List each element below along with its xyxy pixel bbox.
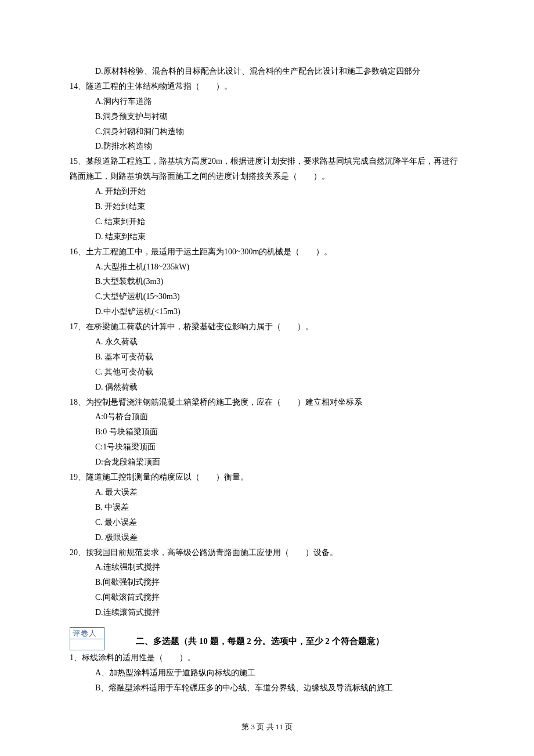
q15-text: 、某段道路工程施工，路基填方高度20m，根据进度计划安排，要求路基同填完成自然沉…: [70, 157, 458, 181]
section2-question-1: 1、标线涂料的适用性是（ ）。 A、加热型涂料适用应于道路纵向标线的施工 B、熔…: [70, 650, 464, 696]
q18-text: 、为控制悬臂浇注钢筋混凝土箱梁桥的施工挠度，应在（ ）建立相对坐标系: [78, 398, 362, 406]
reviewer-blank: [70, 639, 104, 650]
question-14: 14、隧道工程的主体结构物通常指（ ）。 A.洞内行车道路 B.洞身预支护与衬砌…: [70, 79, 464, 154]
q17-option-a: A. 永久荷载: [70, 334, 464, 350]
q17-option-d: D. 偶然荷载: [70, 380, 464, 395]
q17-stem: 17、在桥梁施工荷载的计算中，桥梁基础变位影响力属于（ ）。: [70, 319, 464, 334]
q16-option-b: B.大型装载机(3m3): [70, 274, 464, 289]
q20-option-d: D.连续滚筒式搅拌: [70, 605, 464, 620]
question-19: 19、隧道施工控制测量的精度应以（ ）衡量。 A. 最大误差 B. 中误差 C.…: [70, 470, 464, 545]
q14-option-b: B.洞身预支护与衬砌: [70, 109, 464, 124]
q14-stem: 14、隧道工程的主体结构物通常指（ ）。: [70, 79, 464, 94]
section-2-title: 二、多选题（共 10 题，每题 2 分。选项中，至少 2 个符合题意）: [136, 633, 384, 650]
q20-stem: 20、按我国目前规范要求，高等级公路沥青路面施工应使用（ ）设备。: [70, 545, 464, 560]
q15-option-c: C. 结束到开始: [70, 214, 464, 229]
question-17: 17、在桥梁施工荷载的计算中，桥梁基础变位影响力属于（ ）。 A. 永久荷载 B…: [70, 319, 464, 394]
q15-option-d: D. 结束到结束: [70, 229, 464, 244]
q18-option-c: C:1号块箱梁顶面: [70, 440, 464, 455]
q14-option-a: A.洞内行车道路: [70, 94, 464, 109]
q14-num: 14: [70, 82, 78, 91]
question-18: 18、为控制悬臂浇注钢筋混凝土箱梁桥的施工挠度，应在（ ）建立相对坐标系 A:0…: [70, 395, 464, 470]
question-15: 15、某段道路工程施工，路基填方高度20m，根据进度计划安排，要求路基同填完成自…: [70, 154, 464, 244]
q15-option-a: A. 开始到开始: [70, 184, 464, 199]
q18-option-b: B:0 号块箱梁顶面: [70, 424, 464, 440]
q17-option-c: C. 其他可变荷载: [70, 365, 464, 380]
section-2-header: 评卷人 二、多选题（共 10 题，每题 2 分。选项中，至少 2 个符合题意）: [70, 627, 464, 650]
q17-text: 、在桥梁施工荷载的计算中，桥梁基础变位影响力属于（ ）。: [78, 322, 313, 331]
q18-num: 18: [70, 398, 78, 406]
q14-option-c: C.洞身衬砌和洞门构造物: [70, 124, 464, 139]
reviewer-box: 评卷人: [70, 627, 104, 650]
q15-stem: 15、某段道路工程施工，路基填方高度20m，根据进度计划安排，要求路基同填完成自…: [70, 154, 464, 184]
reviewer-label: 评卷人: [70, 628, 104, 639]
q18-option-a: A:0号桥台顶面: [70, 409, 464, 424]
page-footer: 第 3 页 共 11 页: [0, 720, 534, 734]
q18-option-d: D:合龙段箱梁顶面: [70, 455, 464, 470]
q19-stem: 19、隧道施工控制测量的精度应以（ ）衡量。: [70, 470, 464, 485]
q19-option-c: C. 最小误差: [70, 515, 464, 530]
orphan-option-d: D.原材料检验、混合料的目标配合比设计、混合料的生产配合比设计和施工参数确定四部…: [70, 64, 464, 79]
q20-option-a: A.连续强制式搅拌: [70, 560, 464, 575]
q20-num: 20: [70, 548, 78, 557]
q16-stem: 16、土方工程施工中，最适用于运土距离为100~300m的机械是（ ）。: [70, 244, 464, 260]
q19-option-a: A. 最大误差: [70, 485, 464, 500]
question-16: 16、土方工程施工中，最适用于运土距离为100~300m的机械是（ ）。 A.大…: [70, 244, 464, 319]
q17-num: 17: [70, 322, 78, 331]
q19-num: 19: [70, 473, 78, 481]
s2-q1-option-a: A、加热型涂料适用应于道路纵向标线的施工: [70, 665, 464, 681]
q20-text: 、按我国目前规范要求，高等级公路沥青路面施工应使用（ ）设备。: [78, 548, 338, 557]
q14-option-d: D.防排水构造物: [70, 139, 464, 154]
q16-text: 、土方工程施工中，最适用于运土距离为100~300m的机械是（ ）。: [78, 247, 332, 256]
q16-option-a: A.大型推土机(118~235kW): [70, 260, 464, 275]
q19-text: 、隧道施工控制测量的精度应以（ ）衡量。: [78, 473, 248, 481]
q15-num: 15: [70, 157, 78, 165]
q19-option-d: D. 极限误差: [70, 530, 464, 545]
s2-q1-text: 、标线涂料的适用性是（ ）。: [74, 653, 196, 662]
q14-text: 、隧道工程的主体结构物通常指（ ）。: [78, 82, 232, 91]
s2-q1-option-b: B、熔融型涂料适用于车轮碾压多的中心线、车道分界线、边缘线及导流标线的施工: [70, 681, 464, 696]
s2-q1-stem: 1、标线涂料的适用性是（ ）。: [70, 650, 464, 665]
q16-option-c: C.大型铲运机(15~30m3): [70, 289, 464, 304]
q18-stem: 18、为控制悬臂浇注钢筋混凝土箱梁桥的施工挠度，应在（ ）建立相对坐标系: [70, 395, 464, 410]
q20-option-c: C.间歇滚筒式搅拌: [70, 590, 464, 605]
q15-option-b: B. 开始到结束: [70, 199, 464, 214]
q19-option-b: B. 中误差: [70, 500, 464, 515]
q16-num: 16: [70, 247, 78, 256]
s2-q1-num: 1: [70, 653, 74, 662]
q20-option-b: B.间歇强制式搅拌: [70, 575, 464, 590]
q16-option-d: D.中小型铲运机(<15m3): [70, 304, 464, 319]
question-20: 20、按我国目前规范要求，高等级公路沥青路面施工应使用（ ）设备。 A.连续强制…: [70, 545, 464, 620]
q17-option-b: B. 基本可变荷载: [70, 350, 464, 365]
